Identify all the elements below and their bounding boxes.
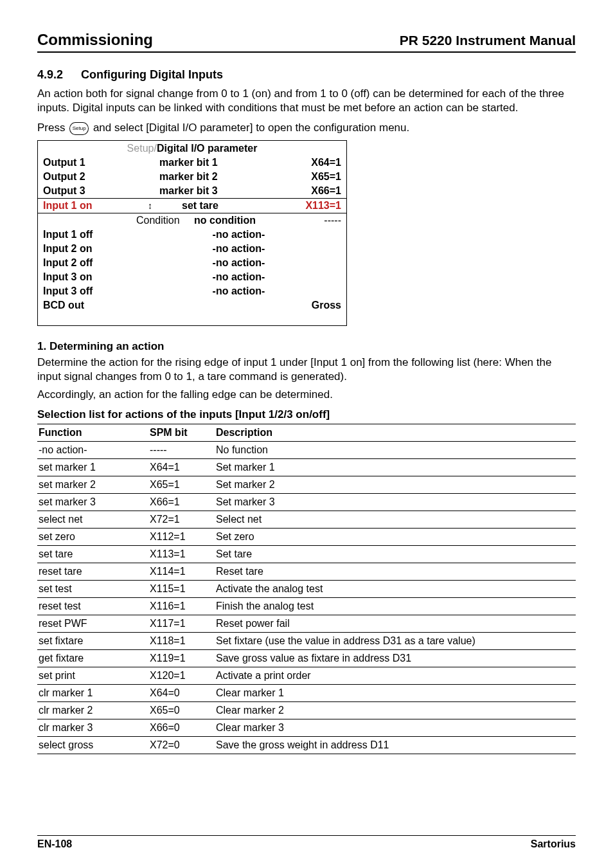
td-spmbit: X117=1	[148, 615, 215, 632]
page-footer: EN-108 Sartorius	[37, 835, 576, 850]
th-function: Function	[37, 424, 148, 441]
row-condition: Condition no condition -----	[38, 213, 346, 228]
td-spmbit: X66=1	[148, 493, 215, 511]
td-description: Set tare	[215, 545, 576, 563]
table-row: set fixtareX118=1Set fixtare (use the va…	[37, 632, 576, 649]
determine-p1: Determine the action for the rising edge…	[37, 356, 576, 384]
td-spmbit: -----	[148, 441, 215, 458]
td-spmbit: X118=1	[148, 632, 215, 649]
row-right: Gross	[290, 300, 341, 311]
td-description: Clear marker 2	[215, 701, 576, 719]
td-spmbit: X64=1	[148, 458, 215, 476]
row-output3: Output 3 marker bit 3 X66=1	[38, 184, 346, 199]
row-center: marker bit 3	[136, 185, 290, 197]
page-header: Commissioning PR 5220 Instrument Manual	[37, 31, 576, 53]
td-description: Finish the analog test	[215, 597, 576, 615]
td-description: Clear marker 1	[215, 684, 576, 701]
td-function: set tare	[37, 545, 148, 563]
table-row: clr marker 1X64=0Clear marker 1	[37, 684, 576, 701]
press-line: Press Setup and select [Digital I/O para…	[37, 122, 576, 135]
breadcrumb-gray: Setup/	[127, 143, 157, 154]
td-function: set marker 2	[37, 476, 148, 493]
row-label: BCD out	[43, 300, 136, 311]
td-description: Save gross value as fixtare in address D…	[215, 649, 576, 667]
press-before: Press	[37, 122, 68, 134]
row-output2: Output 2 marker bit 2 X65=1	[38, 170, 346, 184]
table-row: select grossX72=0Save the gross weight i…	[37, 736, 576, 754]
td-description: Clear marker 3	[215, 719, 576, 736]
td-description: Save the gross weight in address D11	[215, 736, 576, 754]
row-label: Output 3	[43, 185, 136, 197]
row-label: Output 2	[43, 171, 136, 183]
setup-box: Setup/Digital I/O parameter Output 1 mar…	[37, 140, 347, 326]
table-row: set marker 3X66=1Set marker 3	[37, 493, 576, 511]
table-header-row: Function SPM bit Description	[37, 424, 576, 441]
th-description: Description	[215, 424, 576, 441]
row-label: Input 1 off	[43, 229, 136, 240]
section-intro: An action both for signal change from 0 …	[37, 87, 576, 115]
press-after: and select [Digital I/O parameter] to op…	[90, 122, 409, 134]
td-spmbit: X119=1	[148, 649, 215, 667]
td-spmbit: X112=1	[148, 528, 215, 545]
td-description: Set fixtare (use the value in address D3…	[215, 632, 576, 649]
condition-label: Condition	[136, 215, 194, 226]
td-description: Select net	[215, 511, 576, 528]
section-title: Configuring Digital Inputs	[81, 68, 223, 81]
td-spmbit: X66=0	[148, 719, 215, 736]
td-spmbit: X65=0	[148, 701, 215, 719]
row-input3-on: Input 3 on -no action-	[38, 270, 346, 284]
td-description: Activate the analog test	[215, 580, 576, 597]
row-label: Input 2 off	[43, 257, 136, 269]
row-label: Input 3 on	[43, 271, 136, 283]
table-row: set zeroX112=1Set zero	[37, 528, 576, 545]
table-row: clr marker 2X65=0Clear marker 2	[37, 701, 576, 719]
table-row: set testX115=1Activate the analog test	[37, 580, 576, 597]
row-input2-on: Input 2 on -no action-	[38, 242, 346, 256]
td-function: clr marker 1	[37, 684, 148, 701]
section-heading: 4.9.2Configuring Digital Inputs	[37, 68, 576, 82]
td-spmbit: X114=1	[148, 563, 215, 580]
row-center: marker bit 1	[136, 157, 290, 168]
row-right: X113=1	[290, 200, 341, 212]
row-right: X65=1	[290, 171, 341, 183]
td-description: Set marker 1	[215, 458, 576, 476]
table-row: reset PWFX117=1Reset power fail	[37, 615, 576, 632]
row-noaction: -no action-	[136, 229, 341, 240]
row-output1: Output 1 marker bit 1 X64=1	[38, 156, 346, 170]
table-row: set marker 1X64=1Set marker 1	[37, 458, 576, 476]
breadcrumb-bold: Digital I/O parameter	[157, 143, 258, 154]
condition-right: -----	[290, 215, 341, 226]
row-noaction: -no action-	[136, 257, 341, 269]
table-row: reset testX116=1Finish the analog test	[37, 597, 576, 615]
table-row: reset tareX114=1Reset tare	[37, 563, 576, 580]
section-number: 4.9.2	[37, 68, 63, 81]
footer-left: EN-108	[37, 838, 72, 850]
table-row: get fixtareX119=1Save gross value as fix…	[37, 649, 576, 667]
td-description: Reset power fail	[215, 615, 576, 632]
row-right: X64=1	[290, 157, 341, 168]
td-spmbit: X72=0	[148, 736, 215, 754]
row-right: X66=1	[290, 185, 341, 197]
row-input3-off: Input 3 off -no action-	[38, 284, 346, 298]
table-row: set marker 2X65=1Set marker 2	[37, 476, 576, 493]
row-input1-off: Input 1 off -no action-	[38, 228, 346, 242]
table-row: -no action------No function	[37, 441, 576, 458]
td-function: clr marker 2	[37, 701, 148, 719]
function-table: Function SPM bit Description -no action-…	[37, 424, 576, 754]
td-description: Set marker 3	[215, 493, 576, 511]
td-spmbit: X115=1	[148, 580, 215, 597]
td-spmbit: X64=0	[148, 684, 215, 701]
td-function: reset test	[37, 597, 148, 615]
row-noaction: -no action-	[136, 285, 341, 297]
row-label: Input 3 off	[43, 285, 136, 297]
td-function: set marker 1	[37, 458, 148, 476]
td-function: select gross	[37, 736, 148, 754]
row-center-text: set tare	[159, 200, 218, 212]
setup-title: Setup/Digital I/O parameter	[38, 141, 346, 156]
td-function: select net	[37, 511, 148, 528]
updown-icon: ↕	[148, 201, 152, 211]
determine-heading: 1. Determining an action	[37, 340, 576, 353]
row-label: Input 2 on	[43, 243, 136, 255]
header-right: PR 5220 Instrument Manual	[400, 33, 576, 48]
row-label: Output 1	[43, 157, 136, 168]
